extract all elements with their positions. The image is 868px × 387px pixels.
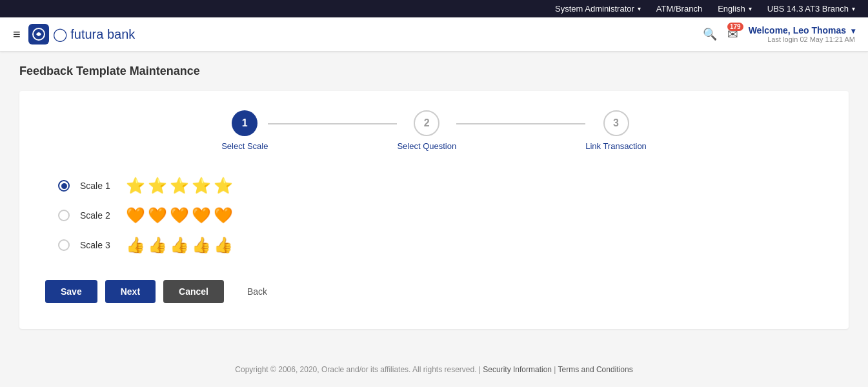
- step-label-2: Select Question: [397, 141, 456, 151]
- scale2-icons: 🧡 🧡 🧡 🧡 🧡: [126, 206, 233, 224]
- branch-label: UBS 14.3 AT3 Branch: [767, 4, 849, 14]
- save-button[interactable]: Save: [45, 280, 97, 303]
- radio-scale3[interactable]: [58, 239, 70, 251]
- scale-row-2[interactable]: Scale 2 🧡 🧡 🧡 🧡 🧡: [58, 206, 810, 224]
- radio-scale1[interactable]: [58, 180, 70, 192]
- next-button[interactable]: Next: [105, 280, 156, 303]
- main-header: ≡ ◯ futura bank 🔍 ✉ 179 Welcome, Leo Tho…: [0, 17, 868, 52]
- action-buttons: Save Next Cancel Back: [45, 280, 823, 303]
- page-content: Feedback Template Maintenance 1 Select S…: [0, 52, 868, 342]
- atm-branch-menu[interactable]: ATM/Branch: [656, 4, 702, 14]
- header-right: 🔍 ✉ 179 Welcome, Leo Thomas ▾ Last login…: [703, 25, 855, 43]
- hamburger-menu[interactable]: ≡: [13, 27, 21, 42]
- header-left: ≡ ◯ futura bank: [13, 24, 135, 45]
- radio-inner-scale1: [61, 183, 67, 189]
- step-connector-2-3: [456, 123, 585, 124]
- scale1-label: Scale 1: [80, 181, 116, 191]
- stepper: 1 Select Scale 2 Select Question 3 Link …: [45, 110, 823, 151]
- scale1-icons: ⭐ ⭐ ⭐ ⭐ ⭐: [126, 177, 233, 195]
- step-circle-3: 3: [603, 110, 629, 136]
- mail-icon[interactable]: ✉ 179: [727, 26, 738, 42]
- step-circle-2: 2: [414, 110, 439, 136]
- user-last-login: Last login 02 May 11:21 AM: [749, 35, 855, 43]
- user-info[interactable]: Welcome, Leo Thomas ▾ Last login 02 May …: [749, 25, 855, 43]
- user-chevron: ▾: [851, 26, 855, 35]
- step-3: 3 Link Transaction: [585, 110, 647, 151]
- logo-text: ◯ futura bank: [53, 26, 136, 42]
- language-chevron: ▾: [749, 5, 752, 12]
- footer-copyright: Copyright © 2006, 2020, Oracle and/or it…: [235, 365, 476, 374]
- step-connector-1-2: [268, 123, 397, 124]
- system-admin-label: System Administrator: [555, 4, 634, 14]
- language-label: English: [718, 4, 745, 14]
- mail-badge: 179: [727, 23, 743, 31]
- atm-branch-label: ATM/Branch: [656, 4, 702, 14]
- main-card: 1 Select Scale 2 Select Question 3 Link …: [19, 91, 849, 329]
- scale-options: Scale 1 ⭐ ⭐ ⭐ ⭐ ⭐ Scale 2 🧡 🧡 🧡 🧡: [45, 177, 823, 254]
- scale-row-3[interactable]: Scale 3 👍 👍 👍 👍 👍: [58, 236, 810, 254]
- back-button[interactable]: Back: [232, 280, 283, 303]
- step-label-1: Select Scale: [221, 141, 268, 151]
- search-icon[interactable]: 🔍: [703, 27, 717, 41]
- cancel-button[interactable]: Cancel: [163, 280, 224, 303]
- system-admin-chevron: ▾: [638, 5, 641, 12]
- step-2: 2 Select Question: [397, 110, 456, 151]
- step-label-3: Link Transaction: [585, 141, 647, 151]
- logo: ◯ futura bank: [28, 24, 136, 45]
- step-1: 1 Select Scale: [221, 110, 268, 151]
- user-name: Welcome, Leo Thomas ▾: [749, 25, 855, 35]
- scale3-label: Scale 3: [80, 240, 116, 250]
- top-bar: System Administrator ▾ ATM/Branch Englis…: [0, 0, 868, 17]
- scale-row-1[interactable]: Scale 1 ⭐ ⭐ ⭐ ⭐ ⭐: [58, 177, 810, 195]
- radio-scale2[interactable]: [58, 210, 70, 221]
- branch-menu[interactable]: UBS 14.3 AT3 Branch ▾: [767, 4, 855, 14]
- branch-chevron: ▾: [852, 5, 855, 12]
- footer-terms[interactable]: Terms and Conditions: [558, 365, 633, 374]
- logo-icon: [28, 24, 49, 45]
- language-menu[interactable]: English ▾: [718, 4, 752, 14]
- system-admin-menu[interactable]: System Administrator ▾: [555, 4, 641, 14]
- footer: Copyright © 2006, 2020, Oracle and/or it…: [0, 355, 868, 384]
- scale2-label: Scale 2: [80, 210, 116, 221]
- footer-security-info[interactable]: Security Information: [483, 365, 552, 374]
- step-circle-1: 1: [232, 110, 257, 136]
- scale3-icons: 👍 👍 👍 👍 👍: [126, 236, 233, 254]
- page-title: Feedback Template Maintenance: [19, 64, 849, 78]
